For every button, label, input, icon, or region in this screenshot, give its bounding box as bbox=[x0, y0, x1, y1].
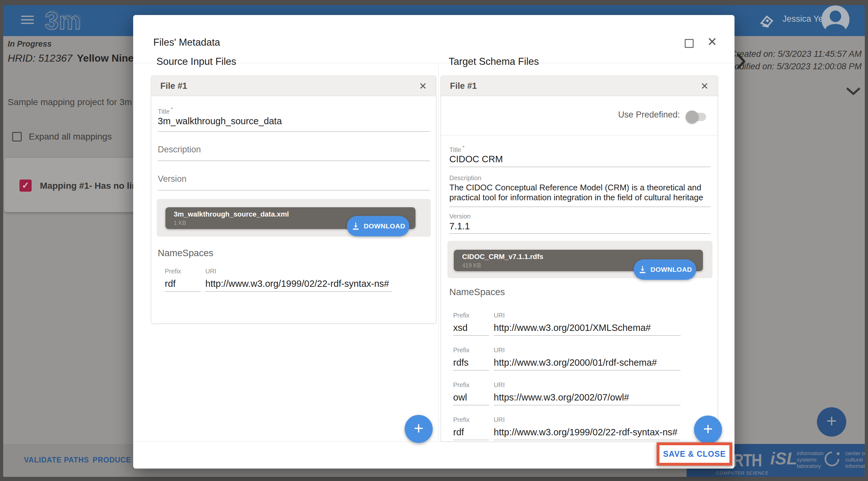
avatar[interactable] bbox=[822, 5, 849, 33]
uri-label: URI bbox=[494, 312, 681, 319]
prefix-input[interactable]: rdf bbox=[165, 278, 205, 289]
source-description-input[interactable]: Description bbox=[158, 145, 201, 155]
expand-all-label: Expand all mappings bbox=[29, 131, 112, 142]
source-file-card-header: File #1 ✕ bbox=[151, 76, 436, 96]
uri-input[interactable]: https://www.w3.org/2002/07/owl# bbox=[494, 392, 681, 403]
source-file-card: File #1 ✕ Title * 3m_walkthrough_source_… bbox=[151, 76, 436, 324]
prefix-label: Prefix bbox=[453, 416, 494, 423]
download-icon bbox=[638, 265, 647, 274]
namespace-row: Prefix rdf URI http://www.w3.org/1999/02… bbox=[453, 416, 681, 440]
add-source-file-fab[interactable]: + bbox=[405, 415, 433, 443]
close-icon[interactable]: ✕ bbox=[707, 35, 717, 49]
forth-sub-label: COMPUTER SCIENCE bbox=[716, 470, 769, 476]
maximize-icon[interactable] bbox=[685, 39, 694, 48]
target-file-name: CIDOC_CRM_v7.1.1.rdfs bbox=[462, 253, 543, 261]
prefix-input[interactable]: rdf bbox=[453, 427, 494, 438]
menu-icon[interactable] bbox=[21, 16, 34, 25]
expand-all-checkbox[interactable] bbox=[12, 132, 22, 142]
uri-label: URI bbox=[494, 347, 681, 354]
use-predefined-toggle[interactable] bbox=[688, 113, 706, 121]
modified-on: Modified on: 5/3/2023 12:00:08 PM bbox=[727, 60, 862, 73]
target-file-card-header: File #1 ✕ bbox=[441, 76, 718, 96]
validate-paths-button[interactable]: VALIDATE PATHS bbox=[24, 456, 89, 464]
required-mark: * bbox=[171, 107, 173, 113]
target-description-label: Description bbox=[449, 174, 481, 182]
target-file-card-title: File #1 bbox=[450, 81, 477, 91]
cci-logo-icon bbox=[822, 448, 842, 469]
namespace-row: Prefix rdf URI http://www.w3.org/1999/02… bbox=[165, 268, 392, 292]
target-title-label: Title * bbox=[449, 145, 465, 154]
target-title-input[interactable]: CIDOC CRM bbox=[449, 154, 503, 164]
project-hrid-line: HRID: 512367Yellow Nine bbox=[8, 52, 134, 64]
prefix-label: Prefix bbox=[165, 268, 205, 275]
remove-source-file-icon[interactable]: ✕ bbox=[419, 81, 427, 92]
chevron-right-icon[interactable] bbox=[735, 52, 747, 71]
namespace-row: Prefix rdfs URI http://www.w3.org/2000/0… bbox=[453, 347, 681, 370]
required-mark: * bbox=[462, 145, 464, 151]
source-title-label: Title * bbox=[158, 107, 173, 115]
add-mapping-fab[interactable]: + bbox=[817, 407, 846, 437]
guide-icon[interactable] bbox=[760, 15, 774, 29]
project-status: In Progress bbox=[8, 39, 52, 49]
chevron-down-icon[interactable] bbox=[845, 86, 862, 98]
project-description: Sample mapping project for 3m tu bbox=[8, 97, 142, 107]
uri-input[interactable]: http://www.w3.org/2000/01/rdf-schema# bbox=[494, 357, 681, 368]
3m-logo-icon[interactable]: 3m 3m bbox=[42, 6, 103, 37]
uri-input[interactable]: http://www.w3.org/2001/XMLSchema# bbox=[494, 323, 681, 333]
user-name[interactable]: Jessica Ye bbox=[782, 14, 823, 24]
source-file-name: 3m_walkthrough_source_data.xml bbox=[174, 210, 289, 218]
svg-text:3m: 3m bbox=[46, 6, 82, 33]
project-dates: Created on: 5/3/2023 11:45:57 AM Modifie… bbox=[727, 48, 862, 73]
isl-logo: iSL bbox=[770, 448, 797, 468]
cci-label: center of cultural informatics bbox=[845, 450, 865, 470]
uri-label: URI bbox=[494, 416, 681, 423]
mapping-checkbox-checked[interactable]: ✓ bbox=[20, 180, 32, 192]
save-close-highlight: SAVE & CLOSE bbox=[657, 442, 732, 466]
source-files-heading: Source Input Files bbox=[156, 56, 236, 67]
prefix-label: Prefix bbox=[453, 312, 494, 319]
download-icon bbox=[351, 221, 361, 231]
namespace-row: Prefix owl URI https://www.w3.org/2002/0… bbox=[453, 381, 681, 405]
uri-input[interactable]: http://www.w3.org/1999/02/22-rdf-syntax-… bbox=[494, 427, 681, 438]
prefix-input[interactable]: xsd bbox=[453, 323, 494, 333]
files-metadata-dialog: Files' Metadata ✕ Source Input Files Tar… bbox=[133, 15, 735, 469]
source-title-input[interactable]: 3m_walkthrough_source_data bbox=[158, 116, 282, 126]
source-file-card-title: File #1 bbox=[160, 81, 187, 91]
source-version-input[interactable]: Version bbox=[158, 174, 186, 184]
avatar-head-shape bbox=[830, 10, 841, 22]
save-close-button[interactable]: SAVE & CLOSE bbox=[663, 449, 725, 459]
target-version-input[interactable]: 7.1.1 bbox=[449, 221, 470, 232]
uri-label: URI bbox=[205, 268, 392, 275]
add-target-file-fab[interactable]: + bbox=[694, 416, 722, 444]
uri-input[interactable]: http://www.w3.org/1999/02/22-rdf-syntax-… bbox=[205, 278, 392, 289]
created-on: Created on: 5/3/2023 11:45:57 AM bbox=[727, 48, 862, 60]
source-file-size: 1 KB bbox=[174, 220, 186, 227]
project-title: Yellow Nine bbox=[77, 52, 134, 64]
namespace-row: Prefix xsd URI http://www.w3.org/2001/XM… bbox=[453, 312, 681, 336]
target-files-heading: Target Schema Files bbox=[449, 56, 539, 67]
target-version-label: Version bbox=[449, 213, 471, 220]
target-file-size: 419 KB bbox=[462, 262, 481, 269]
project-hrid: HRID: 512367 bbox=[8, 52, 72, 64]
target-namespaces-heading: NameSpaces bbox=[449, 287, 505, 297]
remove-target-file-icon[interactable]: ✕ bbox=[701, 81, 709, 92]
expand-all-mappings-row[interactable]: Expand all mappings bbox=[12, 131, 112, 142]
target-description-input[interactable]: The CIDOC Conceptual Reference Model (CR… bbox=[449, 183, 711, 203]
target-file-card: File #1 ✕ Use Predefined: Title * CIDOC … bbox=[441, 76, 718, 442]
prefix-label: Prefix bbox=[453, 381, 494, 389]
target-download-button[interactable]: DOWNLOAD bbox=[633, 259, 696, 280]
prefix-input[interactable]: owl bbox=[453, 392, 494, 403]
source-download-button[interactable]: DOWNLOAD bbox=[347, 216, 409, 236]
prefix-input[interactable]: rdfs bbox=[453, 357, 494, 368]
cci-logo-dot bbox=[837, 452, 840, 455]
avatar-body-shape bbox=[825, 24, 846, 33]
prefix-label: Prefix bbox=[453, 347, 494, 354]
column-divider bbox=[438, 63, 439, 442]
uri-label: URI bbox=[494, 381, 681, 389]
source-namespaces-heading: NameSpaces bbox=[158, 248, 213, 259]
use-predefined-label: Use Predefined: bbox=[618, 110, 680, 120]
isl-label: information systems laboratory bbox=[797, 450, 824, 470]
dialog-title: Files' Metadata bbox=[153, 37, 220, 48]
